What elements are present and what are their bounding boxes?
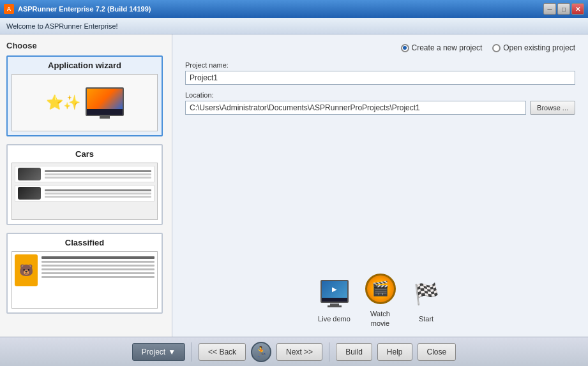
infobar-message: Welcome to ASPRunner Enterprise! bbox=[6, 22, 118, 30]
help-button[interactable]: Help bbox=[377, 343, 412, 361]
footer-divider-2 bbox=[329, 342, 329, 362]
live-demo-icon bbox=[318, 277, 351, 311]
create-new-label: Create a new project bbox=[412, 43, 483, 52]
car-text-line bbox=[45, 196, 151, 198]
car-text-line bbox=[45, 173, 151, 175]
footer-bar: Project ▼ << Back 🏃 Next >> Build Help C… bbox=[0, 337, 588, 366]
open-existing-label: Open existing project bbox=[503, 43, 575, 52]
bottom-actions: Live demo 🎬 Watchmovie 🏁 Start bbox=[185, 260, 575, 328]
classified-text-line bbox=[41, 265, 155, 267]
maximize-button[interactable]: □ bbox=[557, 3, 570, 15]
template-preview-wizard: ⭐✨ bbox=[11, 74, 158, 131]
template-preview-classified: 🐻 bbox=[11, 251, 158, 309]
car-text-2 bbox=[45, 188, 151, 199]
flag-icon: 🏁 bbox=[410, 277, 443, 311]
titlebar-controls[interactable]: ─ □ ✕ bbox=[543, 3, 584, 15]
car-row-1 bbox=[15, 166, 155, 182]
stars-icon: ⭐✨ bbox=[46, 96, 80, 110]
footer-divider-1 bbox=[192, 342, 192, 362]
project-button[interactable]: Project ▼ bbox=[132, 343, 185, 361]
car-text-line bbox=[45, 193, 151, 194]
project-name-section: Project name: bbox=[185, 61, 575, 85]
create-new-option[interactable]: Create a new project bbox=[401, 43, 483, 52]
template-title-wizard: Application wizard bbox=[11, 61, 158, 70]
car-text-line bbox=[45, 170, 151, 172]
location-input[interactable] bbox=[185, 101, 526, 115]
create-new-radio[interactable] bbox=[401, 44, 409, 52]
project-name-input[interactable] bbox=[185, 71, 575, 85]
minimize-button[interactable]: ─ bbox=[543, 3, 556, 15]
right-panel: Create a new project Open existing proje… bbox=[172, 34, 588, 337]
car-image-2 bbox=[18, 187, 41, 200]
live-demo-action[interactable]: Live demo bbox=[318, 277, 351, 323]
template-title-classified: Classified bbox=[11, 238, 158, 247]
location-row: Browse ... bbox=[185, 101, 575, 115]
choose-label: Choose bbox=[6, 41, 165, 50]
classified-text-line bbox=[41, 256, 155, 259]
reel: 🎬 bbox=[365, 274, 396, 304]
checkered-flag: 🏁 bbox=[411, 279, 442, 309]
monitor-screen bbox=[87, 89, 123, 110]
watch-movie-action[interactable]: 🎬 Watchmovie bbox=[364, 272, 397, 328]
location-label: Location: bbox=[185, 91, 575, 99]
monitor-base bbox=[100, 116, 110, 119]
build-button[interactable]: Build bbox=[336, 343, 372, 361]
classified-image: 🐻 bbox=[15, 254, 38, 286]
wizard-monitor-container bbox=[86, 87, 124, 119]
car-text-1 bbox=[45, 169, 151, 180]
open-existing-radio[interactable] bbox=[492, 44, 501, 52]
project-label: Project bbox=[142, 348, 165, 356]
wizard-monitor bbox=[86, 87, 124, 116]
start-action[interactable]: 🏁 Start bbox=[410, 277, 443, 323]
close-button[interactable]: Close bbox=[418, 343, 456, 361]
template-item-classified[interactable]: Classified 🐻 bbox=[6, 233, 163, 314]
demo-monitor bbox=[320, 280, 349, 303]
left-panel: Choose Application wizard ⭐✨ Cars bbox=[0, 34, 172, 337]
classified-text-line bbox=[41, 268, 155, 270]
titlebar: A ASPRunner Enterprise 7.2 (Build 14199)… bbox=[0, 0, 588, 18]
template-item-wizard[interactable]: Application wizard ⭐✨ bbox=[6, 55, 163, 136]
project-type-group: Create a new project Open existing proje… bbox=[185, 43, 575, 52]
classified-text-line bbox=[41, 261, 155, 263]
car-text-line bbox=[45, 189, 151, 191]
live-demo-label: Live demo bbox=[318, 314, 351, 323]
app-icon: A bbox=[4, 4, 14, 14]
template-preview-cars bbox=[11, 163, 158, 220]
window-title: ASPRunner Enterprise 7.2 (Build 14199) bbox=[18, 5, 151, 13]
project-dropdown-icon: ▼ bbox=[168, 348, 176, 356]
car-text-line bbox=[45, 177, 151, 179]
classified-text-line bbox=[41, 272, 155, 274]
classified-text-line bbox=[41, 276, 155, 278]
template-list: Application wizard ⭐✨ Cars bbox=[6, 55, 165, 330]
start-label: Start bbox=[419, 314, 433, 323]
film-reel-icon: 🎬 bbox=[364, 272, 397, 305]
main-content: Choose Application wizard ⭐✨ Cars bbox=[0, 34, 588, 337]
demo-screen bbox=[322, 281, 347, 298]
infobar: Welcome to ASPRunner Enterprise! bbox=[0, 18, 588, 34]
project-name-label: Project name: bbox=[185, 61, 575, 69]
template-item-cars[interactable]: Cars bbox=[6, 144, 163, 225]
demo-monitor-foot bbox=[328, 305, 342, 307]
back-button[interactable]: << Back bbox=[199, 343, 246, 361]
close-window-button[interactable]: ✕ bbox=[571, 3, 584, 15]
car-image-1 bbox=[18, 168, 41, 180]
runner-icon: 🏃 bbox=[251, 342, 271, 362]
car-row-2 bbox=[15, 185, 155, 201]
open-existing-option[interactable]: Open existing project bbox=[492, 43, 575, 52]
watch-movie-label: Watchmovie bbox=[370, 309, 390, 328]
next-button[interactable]: Next >> bbox=[276, 343, 322, 361]
titlebar-left: A ASPRunner Enterprise 7.2 (Build 14199) bbox=[4, 4, 151, 14]
location-section: Location: Browse ... bbox=[185, 91, 575, 115]
classified-text bbox=[41, 254, 155, 305]
template-title-cars: Cars bbox=[11, 149, 158, 159]
browse-button[interactable]: Browse ... bbox=[530, 101, 575, 115]
